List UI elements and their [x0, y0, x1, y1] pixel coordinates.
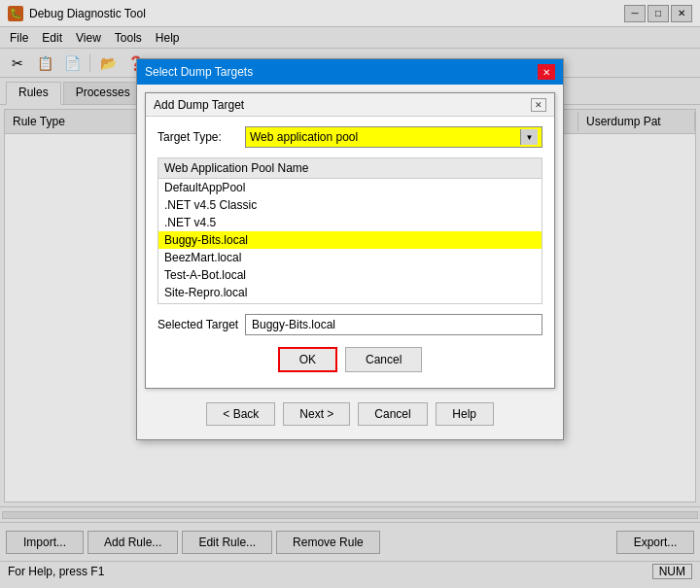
pool-item-0[interactable]: DefaultAppPool — [158, 179, 542, 196]
ok-button[interactable]: OK — [278, 347, 337, 372]
selected-target-row: Selected Target — [158, 314, 542, 335]
pool-item-6[interactable]: Site-Repro.local — [158, 284, 542, 301]
pool-item-5[interactable]: Test-A-Bot.local — [158, 266, 542, 284]
modal-overlay: Select Dump Targets ✕ Add Dump Target ✕ … — [0, 0, 700, 588]
select-arrow-icon: ▼ — [520, 129, 538, 145]
target-type-value: Web application pool — [250, 130, 358, 144]
outer-dialog-title: Select Dump Targets — [145, 65, 253, 79]
next-button[interactable]: Next > — [283, 402, 350, 426]
pool-item-4[interactable]: BeezMart.local — [158, 249, 542, 266]
pool-list[interactable]: DefaultAppPool .NET v4.5 Classic .NET v4… — [158, 178, 542, 304]
back-button[interactable]: < Back — [206, 402, 275, 426]
inner-dialog-title-bar: Add Dump Target ✕ — [146, 93, 554, 117]
inner-dialog-buttons: OK Cancel — [158, 347, 542, 378]
inner-dialog-close-button[interactable]: ✕ — [531, 98, 546, 112]
pool-item-2[interactable]: .NET v4.5 — [158, 214, 542, 231]
help-button[interactable]: Help — [436, 402, 494, 426]
target-type-label: Target Type: — [158, 130, 245, 144]
add-dump-target-dialog: Add Dump Target ✕ Target Type: Web appli… — [145, 92, 555, 389]
outer-dialog-body: Add Dump Target ✕ Target Type: Web appli… — [137, 92, 563, 439]
target-type-select[interactable]: Web application pool ▼ — [245, 126, 542, 148]
outer-cancel-button[interactable]: Cancel — [358, 402, 427, 426]
outer-nav-buttons: < Back Next > Cancel Help — [137, 397, 563, 432]
pool-item-1[interactable]: .NET v4.5 Classic — [158, 196, 542, 214]
target-type-row: Target Type: Web application pool ▼ — [158, 126, 542, 148]
pool-list-header: Web Application Pool Name — [158, 157, 542, 178]
outer-dialog-title-bar: Select Dump Targets ✕ — [137, 59, 563, 85]
selected-target-input[interactable] — [245, 314, 542, 335]
select-dump-targets-dialog: Select Dump Targets ✕ Add Dump Target ✕ … — [136, 58, 564, 440]
pool-item-7[interactable]: FREBs — [158, 301, 542, 304]
inner-dialog-title: Add Dump Target — [154, 98, 244, 112]
selected-target-label: Selected Target — [158, 318, 245, 331]
pool-item-3[interactable]: Buggy-Bits.local — [158, 231, 542, 249]
inner-dialog-body: Target Type: Web application pool ▼ Web … — [146, 117, 554, 388]
cancel-button[interactable]: Cancel — [345, 347, 422, 372]
outer-dialog-close-button[interactable]: ✕ — [538, 64, 555, 80]
